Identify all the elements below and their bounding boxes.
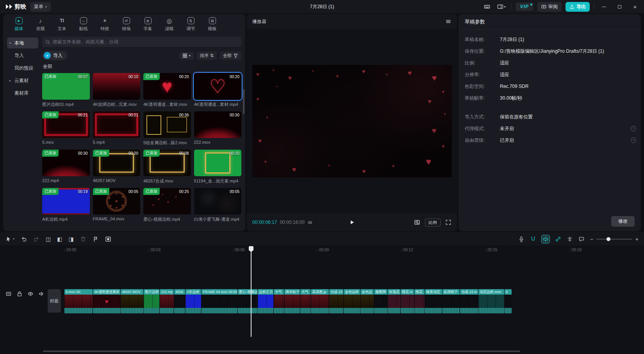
media-thumbnail[interactable]: 00:30 <box>194 111 242 138</box>
media-item[interactable]: 00:20 4K透明通道...素材.mp4 <box>194 73 242 107</box>
main-track-magnet-icon[interactable] <box>530 236 536 242</box>
library-tab[interactable]: 媒体 <box>9 17 29 32</box>
media-item[interactable]: 已添加 00:21 5.mov <box>42 111 90 146</box>
library-tab[interactable]: 贴纸 <box>73 17 94 32</box>
media-thumbnail[interactable]: 00:10 <box>93 73 141 100</box>
library-tab[interactable]: 文本 <box>52 17 72 32</box>
play-button[interactable] <box>349 219 355 225</box>
media-item[interactable]: 00:05 白境小爱飞舞-通道.mp4 <box>194 188 242 222</box>
media-item[interactable]: 已添加 00:19 A长边框.mp4 <box>42 188 90 222</box>
filter-button[interactable]: 全部 <box>220 52 241 60</box>
fit-zoom-icon[interactable] <box>414 219 420 225</box>
media-thumbnail[interactable]: 00:20 <box>194 73 242 100</box>
timeline-clip[interactable]: 桃花.m <box>401 289 414 313</box>
media-item[interactable]: 00:21 5.mp4 <box>93 111 141 146</box>
library-tab[interactable]: 转场 <box>116 17 137 32</box>
media-thumbnail[interactable]: 已添加 00:05 <box>93 188 141 215</box>
media-item[interactable]: 已添加 00:25 爱心-视频边框.mp4 <box>143 188 191 222</box>
media-item[interactable]: 已添加 00:07 图片边框01.mp4 <box>42 73 90 107</box>
comment-icon[interactable] <box>578 236 585 242</box>
timeline-clip[interactable]: 唯美动态 <box>425 289 442 313</box>
media-thumbnail[interactable]: 00:05 <box>194 188 242 215</box>
zoom-slider-track[interactable] <box>596 239 632 240</box>
search-bar[interactable] <box>42 37 241 47</box>
search-input[interactable] <box>53 39 238 45</box>
media-thumbnail[interactable]: 00:21 <box>93 111 141 138</box>
timeline-clip[interactable]: 边框正方 <box>258 289 273 313</box>
view-mode-button[interactable]: ▾ <box>179 52 194 59</box>
timeline-clip[interactable]: A长边框 <box>186 289 201 313</box>
media-item[interactable]: 已添加 00:20 48267.MOV <box>93 150 141 184</box>
media-thumbnail[interactable]: 00:36 <box>143 111 191 138</box>
timeline-clip[interactable]: 高清图.jp <box>311 289 329 313</box>
zoom-out-icon[interactable]: − <box>590 236 593 242</box>
cover-button[interactable]: 封面 <box>48 289 61 313</box>
sidebar-item[interactable]: 我的预设 <box>7 63 38 73</box>
undo-button[interactable] <box>21 236 27 242</box>
timeline-clip[interactable]: 绸布粒子 <box>284 289 300 313</box>
library-tab[interactable]: 音频 <box>30 17 51 32</box>
media-item[interactable]: 00:36 5组金属边框...版2.mov <box>143 111 191 146</box>
media-thumbnail[interactable]: 已添加 00:20 <box>143 73 191 100</box>
linkage-icon[interactable] <box>555 236 561 242</box>
media-item[interactable]: 已添加 00:05 FRAME_04.mov <box>93 188 141 222</box>
lock-track-icon[interactable] <box>16 291 23 297</box>
library-tab[interactable]: 滤镜 <box>159 17 180 32</box>
preview-axis-icon[interactable] <box>567 236 573 242</box>
timeline-clip[interactable]: 爱心-视频边 <box>238 289 257 313</box>
media-item[interactable]: 已添加 00:20 4K透明通道...素材.mov <box>143 73 191 107</box>
export-button[interactable]: 导出 <box>566 2 590 12</box>
zoom-slider-knob[interactable] <box>607 237 610 241</box>
player-menu-icon[interactable] <box>445 18 451 25</box>
media-thumbnail[interactable]: 已添加 00:08 <box>143 150 191 176</box>
video-preview[interactable] <box>252 65 452 177</box>
timeline-clip[interactable]: 实用镜子 <box>442 289 460 313</box>
minimize-button[interactable] <box>598 2 610 12</box>
mask-button[interactable] <box>105 236 111 242</box>
timeline-clip[interactable]: FRAME 04.mov 00:00: <box>202 289 237 313</box>
timeline-clip[interactable]: 金色边 <box>360 289 374 313</box>
timeline-clip[interactable]: 动态边框.mov <box>478 289 504 313</box>
timeline-clip[interactable]: 大气 <box>300 289 310 313</box>
media-item[interactable]: 已添加 00:08 48267合成.mov <box>143 150 191 184</box>
info-icon[interactable]: ? <box>631 138 636 143</box>
library-scrollbar[interactable] <box>243 89 244 114</box>
close-button[interactable]: × <box>629 2 641 12</box>
select-tool-button[interactable]: ▾ <box>5 236 14 242</box>
media-thumbnail[interactable]: 已添加 00:25 <box>143 188 191 215</box>
review-button[interactable]: 审阅 <box>537 2 562 12</box>
vip-badge[interactable]: VIP <box>516 2 533 11</box>
media-item[interactable]: 已添加 00:30 222.mp4 <box>42 150 90 184</box>
timeline-clip[interactable]: 图片边框 <box>144 289 159 313</box>
sidebar-item[interactable]: 素材库 <box>7 88 38 98</box>
media-item[interactable]: 00:30 222.mov <box>194 111 242 146</box>
auto-snap-icon[interactable] <box>542 235 549 243</box>
timeline-clip[interactable]: 0 <box>505 289 512 313</box>
maximize-button[interactable] <box>614 2 625 12</box>
timeline-clip[interactable]: 合成 23.m <box>460 289 478 313</box>
record-voiceover-icon[interactable] <box>518 236 524 242</box>
split-icon[interactable]: ◫ <box>46 236 51 242</box>
sidebar-item[interactable]: ▾ 本地 <box>7 38 38 48</box>
media-thumbnail[interactable]: 00:20 <box>194 150 242 176</box>
timeline-clip[interactable]: 玫瑰花 <box>388 289 400 313</box>
media-thumbnail[interactable]: 已添加 00:07 <box>42 73 90 100</box>
timeline-ruler[interactable]: 00:0000:0300:0600:0900:1200:1500:18 <box>0 246 644 254</box>
timeline-clip[interactable]: 4K透明通道素材 <box>93 289 120 313</box>
frame-view-icon[interactable] <box>308 220 313 225</box>
media-thumbnail[interactable]: 已添加 00:19 <box>42 188 90 215</box>
library-tab[interactable]: 调节 <box>180 17 201 32</box>
timeline-clip[interactable]: 桃花 <box>414 289 425 313</box>
media-item[interactable]: 00:10 4K丝绸边框...元素.mov <box>93 73 141 107</box>
timeline-clip[interactable]: 合成 23 <box>329 289 343 313</box>
mark-flag-button[interactable] <box>93 236 99 242</box>
sort-button[interactable]: 排序 ⇅ <box>197 52 217 60</box>
keyboard-shortcuts-icon[interactable] <box>482 2 492 11</box>
timeline-clip[interactable]: 4026 <box>174 289 185 313</box>
sidebar-item[interactable]: 导入 <box>7 50 38 61</box>
track-options-icon[interactable] <box>5 291 12 297</box>
library-tab[interactable]: 特效 <box>95 17 115 32</box>
playhead[interactable] <box>251 246 252 337</box>
modify-button[interactable]: 修改 <box>611 216 635 227</box>
hide-track-icon[interactable] <box>27 291 34 297</box>
